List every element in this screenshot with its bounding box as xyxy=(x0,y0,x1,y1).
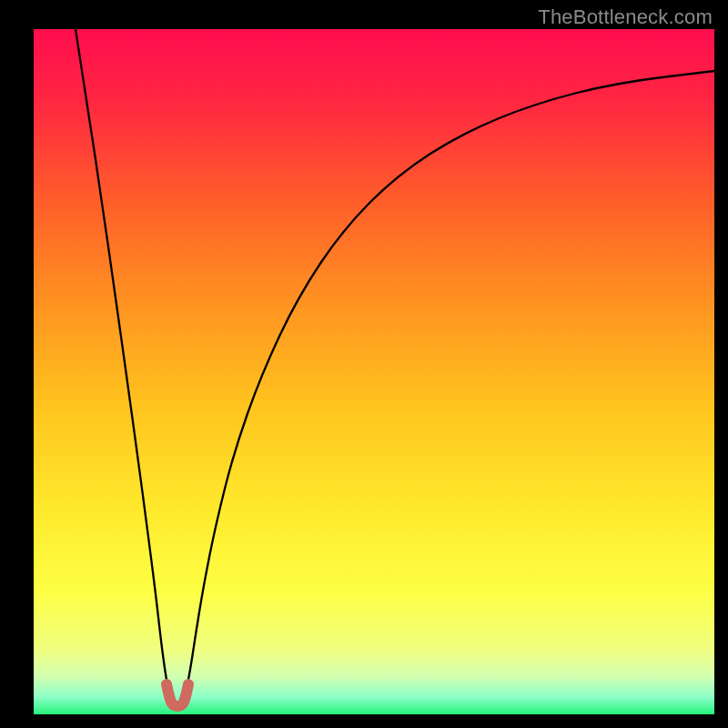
series-notch xyxy=(167,684,188,706)
series-left_arm xyxy=(76,29,169,692)
bottleneck-curve xyxy=(34,29,714,714)
watermark-text: TheBottleneck.com xyxy=(538,5,713,29)
plot-area xyxy=(34,29,714,714)
chart-frame: TheBottleneck.com xyxy=(0,0,728,728)
series-right_arm xyxy=(187,71,715,692)
